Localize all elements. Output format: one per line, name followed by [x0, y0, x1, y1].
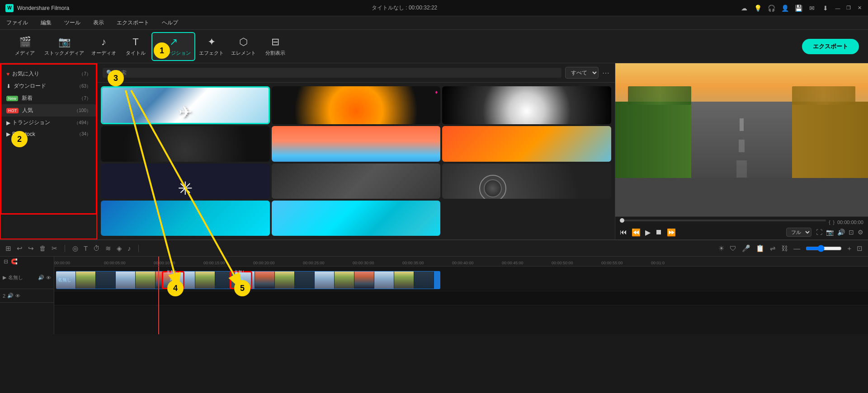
- avatar-icon[interactable]: 👤: [780, 4, 789, 13]
- frame-forward-button[interactable]: ⏩: [667, 228, 676, 237]
- tl-undo-icon[interactable]: ↩: [17, 244, 23, 253]
- menu-export[interactable]: エクスポート: [114, 18, 152, 28]
- save-icon[interactable]: 💾: [794, 4, 803, 13]
- track-hide-icon[interactable]: 👁: [46, 275, 51, 281]
- transition-item-11[interactable]: 線形 1: [272, 201, 441, 236]
- badge-new: New: [6, 96, 18, 101]
- tool-element[interactable]: ⬡ エレメント: [227, 32, 259, 61]
- transition-item-5[interactable]: 旅行Vol2-トラ...: [272, 126, 441, 161]
- tool-stock[interactable]: 📷 ストックメディア: [41, 32, 88, 61]
- progress-handle[interactable]: [620, 218, 624, 223]
- sidebar-item-new[interactable]: New 新着 （7）: [1, 92, 96, 104]
- transition-item-3[interactable]: スポーツパック トランジション 05: [442, 86, 611, 124]
- sidebar-item-popular[interactable]: HOT 人気 （100）: [1, 104, 96, 117]
- fullscreen-icon[interactable]: ⛶: [816, 229, 822, 236]
- frame-19: [414, 271, 434, 289]
- transition-thumb-11: [272, 201, 441, 236]
- search-input[interactable]: [116, 70, 558, 76]
- transition-item-7[interactable]: Harp 7: [101, 164, 270, 199]
- stop-button[interactable]: ⏹: [655, 228, 662, 236]
- tl-zoom-in-icon[interactable]: +: [847, 244, 851, 252]
- tl-timer-icon[interactable]: ⏱: [93, 244, 100, 252]
- tl-link-icon[interactable]: ◎: [72, 244, 78, 253]
- tl-magnet-icon[interactable]: 🧲: [11, 258, 18, 265]
- tool-effect[interactable]: ✦ エフェクト: [195, 32, 227, 61]
- tl-shield-icon[interactable]: 🛡: [730, 244, 736, 252]
- tl-zoom-out-icon[interactable]: —: [793, 244, 800, 252]
- download-icon[interactable]: ⬇: [821, 4, 830, 13]
- track-mute-icon[interactable]: 🔊: [38, 275, 44, 281]
- tool-transition[interactable]: ↗ トランジション: [151, 32, 195, 61]
- volume-icon[interactable]: 🔊: [837, 229, 845, 236]
- track-hide2-icon[interactable]: 👁: [15, 293, 20, 299]
- tl-redo-icon[interactable]: ↪: [28, 244, 34, 253]
- tl-music-icon[interactable]: ♪: [127, 244, 131, 252]
- settings-icon[interactable]: ⚙: [858, 229, 863, 236]
- tl-link2-icon[interactable]: ⛓: [781, 244, 788, 252]
- transition-thumb-6: [442, 126, 611, 161]
- sidebar-item-download[interactable]: ⬇ ダウンロード （63）: [1, 80, 96, 92]
- skip-back-button[interactable]: ⏮: [620, 228, 627, 236]
- transition-item-2[interactable]: ♦ トランジション 02: [272, 86, 441, 124]
- quality-select[interactable]: フル 1/2 1/4: [786, 228, 811, 237]
- tl-delete-icon[interactable]: 🗑: [39, 244, 46, 252]
- tl-speed-icon[interactable]: ≋: [105, 244, 111, 253]
- tool-effect-label: エフェクト: [199, 50, 224, 56]
- tool-split[interactable]: ⊟ 分割表示: [259, 32, 291, 61]
- screenshot-icon[interactable]: 📷: [826, 229, 834, 236]
- title-bar: W Wondershare Filmora タイトルなし : 00:00:32:…: [0, 0, 868, 16]
- ruler-mark-2: 00:00:10:00: [154, 261, 175, 265]
- frame-back-button[interactable]: ⏪: [632, 228, 641, 237]
- menu-view[interactable]: 表示: [90, 18, 107, 28]
- tool-media[interactable]: 🎬 メディア: [9, 32, 41, 61]
- tl-sync-icon[interactable]: ⇌: [770, 244, 776, 253]
- tl-cut-icon[interactable]: ✂: [52, 244, 57, 253]
- search-input-wrap: 🔍: [103, 68, 561, 78]
- headphone-icon[interactable]: 🎧: [767, 4, 776, 13]
- play-button[interactable]: ▶: [645, 228, 651, 237]
- transition-item-9[interactable]: Orb Twist 1: [442, 164, 611, 199]
- cloud-icon[interactable]: ☁: [740, 4, 749, 13]
- heart-icon: ♥: [6, 71, 9, 77]
- export-button[interactable]: エクスポート: [802, 39, 859, 54]
- tl-audio-icon[interactable]: ◈: [117, 244, 122, 253]
- tool-audio[interactable]: ♪ オーディオ: [88, 32, 120, 61]
- road-field-left: [615, 102, 704, 178]
- maximize-button[interactable]: ❐: [845, 5, 852, 11]
- pip-icon[interactable]: ⊡: [849, 229, 854, 236]
- menu-bar: ファイル 編集 ツール 表示 エクスポート ヘルプ: [0, 16, 868, 30]
- sidebar-item-favorites[interactable]: ♥ お気に入り （7）: [1, 68, 96, 80]
- transition-item-10[interactable]: Special Eff... Skill Pack T...: [101, 201, 270, 236]
- menu-help[interactable]: ヘルプ: [159, 18, 181, 28]
- transition-item-1[interactable]: 卒業パックトランジション 02: [101, 86, 270, 124]
- track-play-icon[interactable]: ▶: [3, 275, 6, 281]
- grid-options-icon[interactable]: ⋯: [602, 69, 609, 77]
- mail-icon[interactable]: ✉: [807, 4, 816, 13]
- transition-thumb-9: [442, 164, 611, 199]
- track-num: 2: [3, 293, 5, 299]
- zoom-slider[interactable]: [806, 245, 842, 252]
- track-mute2-icon[interactable]: 🔊: [7, 293, 14, 299]
- close-button[interactable]: ✕: [856, 5, 863, 11]
- tl-brightness-icon[interactable]: ☀: [718, 244, 724, 253]
- transition-item-8[interactable]: Box Turn 1: [272, 164, 441, 199]
- lightbulb-icon[interactable]: 💡: [753, 4, 762, 13]
- tl-fit-icon[interactable]: ⊡: [857, 244, 863, 253]
- progress-bar[interactable]: [620, 220, 826, 221]
- tl-grid-icon[interactable]: ⊞: [5, 244, 11, 253]
- tool-title[interactable]: T タイトル: [120, 32, 151, 61]
- minimize-button[interactable]: —: [835, 5, 841, 11]
- sidebar-item-transition[interactable]: ▶ トランジション （494）: [1, 117, 96, 129]
- title-bar-left: W Wondershare Filmora: [5, 4, 69, 12]
- menu-file[interactable]: ファイル: [4, 18, 31, 28]
- filter-select[interactable]: すべて: [565, 67, 599, 79]
- menu-tools[interactable]: ツール: [61, 18, 83, 28]
- tl-clip-icon[interactable]: 📋: [756, 244, 764, 253]
- sidebar-item-filmstock[interactable]: ▶ Filmstock （34）: [1, 129, 96, 140]
- menu-edit[interactable]: 編集: [38, 18, 54, 28]
- transition-item-6[interactable]: ジャーナル...: [442, 126, 611, 161]
- tl-lock-icon[interactable]: ⊟: [4, 258, 8, 265]
- tl-text-icon[interactable]: T: [84, 244, 88, 252]
- transition-item-4[interactable]: ワープズーム6: [101, 126, 270, 161]
- tl-mic-icon[interactable]: 🎤: [742, 244, 750, 253]
